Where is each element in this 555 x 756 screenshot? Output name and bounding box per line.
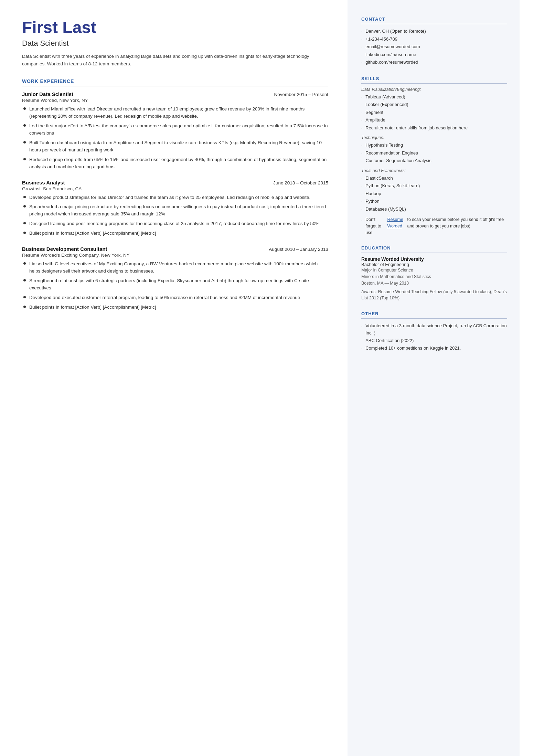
skill-item: Recruiter note: enter skills from job de… xyxy=(361,124,507,132)
skill-item: Python xyxy=(361,198,507,205)
contact-item: linkedin.com/in/username xyxy=(361,51,507,59)
candidate-title: Data Scientist xyxy=(22,39,328,48)
skill-item: Recommendation Engines xyxy=(361,149,507,157)
bullet-dot xyxy=(23,158,26,160)
skills-cat-label-0: Data Visualization/Engineering: xyxy=(361,87,507,92)
job-block-1: Junior Data Scientist November 2015 – Pr… xyxy=(22,91,328,170)
job-dates-2: June 2013 – October 2015 xyxy=(273,180,328,185)
other-section: OTHER Volunteered in a 3-month data scie… xyxy=(361,311,507,352)
skills-section: SKILLS Data Visualization/Engineering: T… xyxy=(361,76,507,236)
skill-item: Databases (MySQL) xyxy=(361,205,507,213)
job-company-1: Resume Worded, New York, NY xyxy=(22,98,328,103)
bullet-item: Launched Miami office with lead Director… xyxy=(22,106,328,120)
candidate-name: First Last xyxy=(22,18,328,37)
edu-degree: Bachelor of Engineering xyxy=(361,262,507,267)
edu-minor: Minors in Mathematics and Statistics xyxy=(361,274,507,280)
skills-list-1: Hypothesis Testing Recommendation Engine… xyxy=(361,141,507,165)
other-item: Completed 10+ competitions on Kaggle in … xyxy=(361,344,507,352)
job-title-2: Business Analyst xyxy=(22,180,65,185)
contact-item: Denver, OH (Open to Remote) xyxy=(361,28,507,35)
skills-note: Don't forget to use Resume Worded to sca… xyxy=(361,216,507,236)
left-column: First Last Data Scientist Data Scientist… xyxy=(0,0,348,756)
job-block-2: Business Analyst June 2013 – October 201… xyxy=(22,180,328,237)
bullet-item: Built Tableau dashboard using data from … xyxy=(22,139,328,154)
job-bullets-3: Liaised with C-level executives of My Ex… xyxy=(22,260,328,311)
resume-worded-link[interactable]: Resume Worded xyxy=(387,216,407,230)
job-dates-1: November 2015 – Present xyxy=(274,92,328,97)
bullet-dot xyxy=(23,279,26,281)
skill-item: Customer Segmentation Analysis xyxy=(361,157,507,165)
bullet-dot xyxy=(23,262,26,265)
bullet-item: Reduced signup drop-offs from 65% to 15%… xyxy=(22,156,328,171)
job-header-1: Junior Data Scientist November 2015 – Pr… xyxy=(22,91,328,97)
bullet-dot xyxy=(23,196,26,198)
skill-item: ElasticSearch xyxy=(361,174,507,182)
other-heading: OTHER xyxy=(361,311,507,319)
job-title-1: Junior Data Scientist xyxy=(22,91,73,97)
bullet-item: Developed and executed customer referral… xyxy=(22,294,328,301)
other-list: Volunteered in a 3-month data science Pr… xyxy=(361,322,507,352)
bullet-dot xyxy=(23,107,26,110)
bullet-dot xyxy=(23,205,26,207)
bullet-dot xyxy=(23,296,26,298)
contact-list: Denver, OH (Open to Remote) +1-234-456-7… xyxy=(361,28,507,66)
job-header-3: Business Development Consultant August 2… xyxy=(22,246,328,252)
contact-item: email@resumeworded.com xyxy=(361,43,507,51)
bullet-dot xyxy=(23,306,26,308)
contact-item: github.com/resumeworded xyxy=(361,58,507,66)
skills-cat-label-1: Techniques: xyxy=(361,135,507,140)
edu-block-0: Resume Worded University Bachelor of Eng… xyxy=(361,256,507,301)
contact-item: +1-234-456-789 xyxy=(361,35,507,43)
edu-major: Major in Computer Science xyxy=(361,267,507,274)
job-dates-3: August 2010 – January 2013 xyxy=(269,247,328,252)
other-item: ABC Certification (2022) xyxy=(361,337,507,345)
skill-item: Hadoop xyxy=(361,190,507,198)
skill-item: Looker (Experienced) xyxy=(361,101,507,109)
skill-item: Hypothesis Testing xyxy=(361,141,507,149)
bullet-dot xyxy=(23,124,26,127)
job-header-2: Business Analyst June 2013 – October 201… xyxy=(22,180,328,185)
skills-list-0: Tableau (Advanced) Looker (Experienced) … xyxy=(361,93,507,132)
skills-heading: SKILLS xyxy=(361,76,507,84)
job-company-2: Growthsi, San Francisco, CA xyxy=(22,186,328,191)
skills-list-2: ElasticSearch Python (Keras, Scikit-lear… xyxy=(361,174,507,213)
bullet-dot xyxy=(23,232,26,234)
other-item: Volunteered in a 3-month data science Pr… xyxy=(361,322,507,337)
contact-section: CONTACT Denver, OH (Open to Remote) +1-2… xyxy=(361,17,507,66)
bullet-dot xyxy=(23,222,26,224)
edu-awards: Awards: Resume Worded Teaching Fellow (o… xyxy=(361,289,507,302)
bullet-item: Liaised with C-level executives of My Ex… xyxy=(22,260,328,275)
job-bullets-1: Launched Miami office with lead Director… xyxy=(22,106,328,170)
bullet-dot xyxy=(23,141,26,143)
job-block-3: Business Development Consultant August 2… xyxy=(22,246,328,311)
bullet-item: Spearheaded a major pricing restructure … xyxy=(22,203,328,218)
education-section: EDUCATION Resume Worded University Bache… xyxy=(361,245,507,301)
bullet-item: Bullet points in format [Action Verb] [A… xyxy=(22,304,328,311)
contact-heading: CONTACT xyxy=(361,17,507,24)
skill-item: Tableau (Advanced) xyxy=(361,93,507,101)
skill-item: Amplitude xyxy=(361,116,507,124)
skills-note-text: Don't forget to use xyxy=(365,216,387,236)
candidate-summary: Data Scientist with three years of exper… xyxy=(22,53,318,67)
bullet-item: Led the first major effort to A/B test t… xyxy=(22,123,328,137)
skills-cat-label-2: Tools and Frameworks: xyxy=(361,168,507,173)
skill-item: Python (Keras, Scikit-learn) xyxy=(361,182,507,190)
edu-location-date: Boston, MA — May 2018 xyxy=(361,280,507,287)
right-column: CONTACT Denver, OH (Open to Remote) +1-2… xyxy=(348,0,520,756)
bullet-item: Bullet points in format [Action Verb] [A… xyxy=(22,230,328,237)
job-title-3: Business Development Consultant xyxy=(22,246,107,252)
education-heading: EDUCATION xyxy=(361,245,507,253)
job-company-3: Resume Worded's Exciting Company, New Yo… xyxy=(22,253,328,258)
bullet-item: Developed product strategies for lead Di… xyxy=(22,194,328,201)
edu-school: Resume Worded University xyxy=(361,256,507,262)
bullet-item: Strengthened relationships with 6 strate… xyxy=(22,277,328,292)
work-experience-heading: WORK EXPERIENCE xyxy=(22,78,328,86)
bullet-item: Designed training and peer-mentoring pro… xyxy=(22,220,328,227)
skill-item: Segment xyxy=(361,109,507,117)
job-bullets-2: Developed product strategies for lead Di… xyxy=(22,194,328,237)
